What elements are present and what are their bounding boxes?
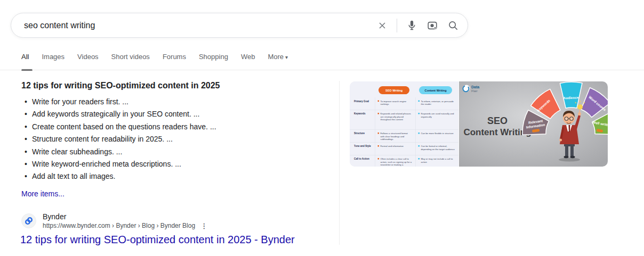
comparison-table: SEO Writing Content Writing Primary Goal… — [350, 81, 458, 167]
content-writing-pill: Content Writing — [419, 86, 452, 94]
clear-icon[interactable] — [377, 20, 388, 31]
seo-writing-pill: SEO Writing — [379, 86, 409, 94]
table-row: Tone and Style Formal and informative Ca… — [350, 142, 458, 155]
table-row: Structure Follows a structured format wi… — [350, 129, 458, 142]
chevron-down-icon: ▾ — [285, 54, 288, 60]
list-item: Write clear subheadings. ... — [21, 148, 320, 155]
snippet-title: 12 tips for writing SEO-optimized conten… — [21, 81, 220, 90]
bynder-logo-icon — [22, 213, 36, 228]
lens-icon[interactable] — [426, 20, 438, 31]
tab-all[interactable]: All — [21, 53, 29, 65]
list-item: Structure content for readability in 202… — [21, 135, 320, 143]
searchbar-divider — [397, 19, 397, 32]
table-row: Primary Goal To improve search engine ra… — [350, 97, 458, 110]
table-row: Keywords Keywords and related phrases ar… — [350, 110, 458, 129]
mic-icon[interactable] — [406, 20, 417, 31]
breadcrumb: https://www.bynder.com › Bynder › Blog ›… — [43, 221, 195, 230]
tab-images[interactable]: Images — [42, 53, 65, 65]
kebab-menu-icon[interactable]: ⋮ — [200, 222, 207, 230]
list-item: Create content based on the questions re… — [21, 123, 320, 130]
svg-text:Flair: Flair — [471, 89, 478, 93]
image-results: SEO Writing Content Writing Primary Goal… — [350, 81, 608, 167]
tab-forums[interactable]: Forums — [163, 53, 186, 65]
list-item: Write for your readers first. ... — [21, 98, 320, 105]
result-source: Bynder https://www.bynder.com › Bynder ›… — [21, 212, 207, 230]
lightbulb-icon — [577, 104, 583, 110]
search-icon[interactable] — [447, 20, 459, 31]
list-item: Write keyword-enriched meta descriptions… — [21, 160, 320, 168]
source-name[interactable]: Bynder — [43, 212, 207, 221]
more-items-link[interactable]: More items... — [21, 189, 65, 198]
label-audience: Audience — [563, 95, 579, 100]
tab-more[interactable]: More▾ — [268, 53, 288, 65]
content-divider — [339, 81, 340, 245]
infographic-title-line2: Content Writing — [463, 127, 531, 137]
table-row: Call to Action Often includes a clear ca… — [350, 155, 458, 167]
bynder-favicon — [21, 213, 36, 228]
snippet-list: Write for your readers first. ... Add ke… — [21, 98, 320, 185]
tab-shopping[interactable]: Shopping — [199, 53, 228, 65]
tab-short-videos[interactable]: Short videos — [111, 53, 150, 65]
svg-text:Data: Data — [471, 85, 479, 89]
list-item: Add keywords strategically in your SEO c… — [21, 110, 320, 118]
search-input[interactable] — [24, 21, 377, 30]
thumbnail-infographic[interactable]: Data Flair SEO Content Writing Keywords … — [459, 81, 608, 167]
dataflair-logo: Data Flair — [463, 85, 479, 93]
tab-videos[interactable]: Videos — [77, 53, 99, 65]
infographic-title-line1: SEO — [487, 115, 508, 126]
tabs-divider — [0, 70, 644, 70]
result-tabs: All Images Videos Short videos Forums Sh… — [21, 53, 288, 65]
result-title-link[interactable]: 12 tips for writing SEO-optimized conten… — [20, 234, 295, 246]
list-item: Add alt text to all images. — [21, 172, 320, 180]
thumbnail-comparison-table[interactable]: SEO Writing Content Writing Primary Goal… — [350, 81, 458, 167]
search-bar[interactable] — [11, 13, 468, 38]
tab-web[interactable]: Web — [241, 53, 255, 65]
